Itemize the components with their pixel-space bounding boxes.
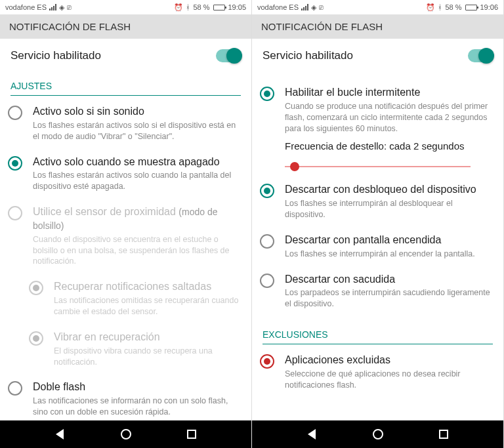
wifi-icon: ◈	[311, 3, 316, 12]
option-enable-loop[interactable]: Habilitar el bucle intermitente Cuando s…	[252, 79, 503, 140]
service-enabled-toggle[interactable]	[216, 49, 241, 62]
nav-recent-button[interactable]	[185, 428, 198, 441]
option-title: Utilice el sensor de proximidad (modo de…	[33, 205, 241, 233]
carrier-label: vodafone ES	[257, 3, 299, 11]
option-title: Activo solo si sin sonido	[33, 105, 241, 119]
option-desc: El dispositivo vibra cuando se recupera …	[54, 346, 241, 368]
option-dismiss-screen-on[interactable]: Descartar con pantalla encendida Los fla…	[252, 227, 503, 266]
signal-icon	[49, 4, 56, 10]
option-title: Descartar con sacudida	[285, 273, 493, 287]
alarm-icon: ⏰	[174, 3, 183, 12]
nav-back-button[interactable]	[53, 428, 66, 441]
option-title: Descartar con pantalla encendida	[285, 234, 493, 247]
section-ajustes: AJUSTES	[10, 68, 241, 96]
wifi-icon: ◈	[59, 3, 64, 12]
option-desc: Los parpadeos se interrumpirán sacudiend…	[285, 287, 493, 310]
option-dismiss-shake[interactable]: Descartar con sacudida Los parpadeos se …	[252, 266, 503, 317]
nav-home-button[interactable]	[119, 428, 133, 441]
radio-icon[interactable]	[8, 156, 22, 171]
flash-frequency-slider[interactable]	[285, 166, 471, 167]
option-active-screen-off[interactable]: Activo solo cuando se muestra apagado Lo…	[0, 149, 251, 199]
option-desc: Los flashes estarán activos solo cuando …	[33, 170, 241, 192]
radio-icon[interactable]	[8, 106, 22, 120]
bluetooth-icon: ᚼ	[438, 3, 442, 11]
radio-icon[interactable]	[260, 184, 274, 198]
option-desc: Los flashes estarán activos solo si el d…	[33, 120, 241, 142]
service-enabled-toggle[interactable]	[468, 49, 493, 62]
radio-icon[interactable]	[260, 234, 274, 249]
slider-thumb[interactable]	[290, 162, 299, 171]
radio-icon[interactable]	[260, 274, 274, 288]
option-recover-skipped[interactable]: Recuperar notificaciones saltadas Las no…	[0, 274, 251, 324]
option-proximity-sensor[interactable]: Utilice el sensor de proximidad (modo de…	[0, 199, 251, 274]
nav-recent-button[interactable]	[437, 428, 450, 441]
radio-icon[interactable]	[29, 281, 43, 295]
option-excluded-apps[interactable]: Aplicaciones excluidas Seleccione de qué…	[252, 347, 503, 397]
settings-content[interactable]: Servicio habilitado Habilitar el bucle i…	[252, 39, 503, 420]
cast-icon: ⎚	[67, 3, 72, 11]
page-title: NOTIFICACIÓN DE FLASH	[0, 14, 251, 39]
radio-icon[interactable]	[8, 381, 22, 396]
option-desc: Seleccione de qué aplicaciones no desea …	[285, 369, 493, 391]
option-title: Vibrar en recuperación	[54, 331, 241, 344]
battery-icon	[465, 5, 477, 10]
screen-left: vodafone ES ◈ ⎚ ⏰ ᚼ 58 % 19:05 NOTIFICAC…	[0, 0, 252, 448]
battery-icon	[213, 5, 225, 10]
clock: 19:05	[228, 3, 246, 11]
service-enabled-label: Servicio habilitado	[10, 49, 216, 62]
option-desc: Cuando se produce una notificación despu…	[285, 101, 493, 134]
option-title: Recuperar notificaciones saltadas	[54, 280, 241, 294]
alarm-icon: ⏰	[426, 3, 435, 12]
option-active-silent[interactable]: Activo solo si sin sonido Los flashes es…	[0, 98, 251, 149]
radio-icon[interactable]	[260, 87, 274, 101]
page-title: NOTIFICACIÓN DE FLASH	[252, 14, 503, 39]
option-desc: Las notificaciones omitidas se recuperar…	[54, 295, 241, 317]
status-bar: vodafone ES ◈ ⎚ ⏰ ᚼ 58 % 19:05	[0, 0, 251, 14]
radio-icon[interactable]	[8, 206, 22, 220]
option-title: Activo solo cuando se muestra apagado	[33, 155, 241, 169]
settings-content[interactable]: Servicio habilitado AJUSTES Activo solo …	[0, 39, 251, 420]
option-title: Descartar con desbloqueo del dispositivo	[285, 183, 493, 197]
carrier-label: vodafone ES	[5, 3, 47, 11]
radio-icon[interactable]	[260, 354, 274, 369]
option-desc: Las notificaciones se informarán no con …	[33, 396, 241, 418]
service-enabled-label: Servicio habilitado	[262, 49, 468, 62]
slider-label: Frecuencia de destello: cada 2 segundos	[252, 140, 503, 152]
cast-icon: ⎚	[319, 3, 324, 11]
section-exclusiones: EXCLUSIONES	[262, 316, 493, 344]
signal-icon	[301, 4, 308, 10]
option-dismiss-unlock[interactable]: Descartar con desbloqueo del dispositivo…	[252, 176, 503, 227]
nav-back-button[interactable]	[305, 428, 318, 441]
option-title: Habilitar el bucle intermitente	[285, 86, 493, 100]
screen-right: vodafone ES ◈ ⎚ ⏰ ᚼ 58 % 19:06 NOTIFICAC…	[252, 0, 504, 448]
bluetooth-icon: ᚼ	[186, 3, 190, 11]
nav-bar	[0, 420, 251, 448]
option-title: Doble flash	[33, 380, 241, 394]
nav-bar	[252, 420, 503, 448]
option-double-flash[interactable]: Doble flash Las notificaciones se inform…	[0, 374, 251, 420]
option-vibrate-recovery[interactable]: Vibrar en recuperación El dispositivo vi…	[0, 324, 251, 375]
battery-pct: 58 %	[445, 3, 461, 11]
battery-pct: 58 %	[193, 3, 209, 11]
option-desc: Los flashes se interrumpirán al desbloqu…	[285, 198, 493, 220]
option-desc: Los flashes se interrumpirán al encender…	[285, 249, 493, 260]
radio-icon[interactable]	[29, 331, 43, 346]
clock: 19:06	[480, 3, 498, 11]
option-title: Aplicaciones excluidas	[285, 354, 493, 367]
status-bar: vodafone ES ◈ ⎚ ⏰ ᚼ 58 % 19:06	[252, 0, 503, 14]
nav-home-button[interactable]	[371, 428, 385, 441]
option-desc: Cuando el dispositivo se encuentra en el…	[33, 234, 241, 268]
